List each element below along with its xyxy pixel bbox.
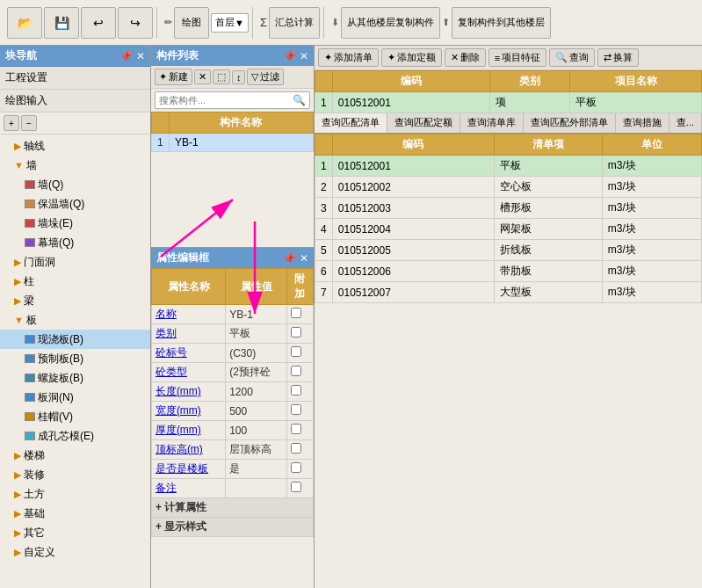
new-member-btn[interactable]: ✦ 新建	[155, 69, 192, 85]
calc-convert-btn[interactable]: ⇄ 换算	[597, 48, 639, 67]
attr-value-8[interactable]: 是	[226, 460, 287, 479]
sidebar-item-other[interactable]: ▶ 其它	[0, 523, 150, 542]
sidebar-item-precast-slab[interactable]: 预制板(B)	[0, 349, 150, 368]
table-row[interactable]: 顶标高(m) 层顶标高	[151, 440, 313, 460]
attr-check-9[interactable]	[291, 482, 301, 492]
sidebar-draw-input[interactable]: 绘图输入	[0, 90, 150, 113]
table-row[interactable]: 类别 平板	[151, 324, 313, 344]
attr-name-6[interactable]: 厚度(mm)	[156, 424, 201, 436]
attr-name-0[interactable]: 名称	[156, 308, 177, 320]
draw-btn[interactable]: 绘图	[174, 7, 209, 39]
search-input[interactable]	[156, 93, 289, 107]
attr-check-2[interactable]	[291, 346, 301, 357]
table-row[interactable]: 砼标号 (C30)	[151, 344, 313, 363]
sidebar-pin-icon[interactable]: 📌	[119, 50, 133, 62]
attr-value-1[interactable]: 平板	[226, 324, 287, 344]
table-row[interactable]: 1 010512001 平板 m3/块	[315, 156, 701, 177]
attr-value-4[interactable]: 1200	[226, 382, 287, 402]
table-row[interactable]: 厚度(mm) 100	[151, 421, 313, 440]
save-btn[interactable]: 💾	[44, 7, 79, 39]
table-row[interactable]: 3 010512003 槽形板 m3/块	[315, 198, 701, 219]
attr-check-8[interactable]	[291, 462, 301, 473]
delete-item-btn[interactable]: ✕ 删除	[445, 48, 486, 67]
table-row[interactable]: 砼类型 (2预拌砼	[151, 363, 313, 382]
sidebar-item-curtain-wall[interactable]: 幕墙(Q)	[0, 233, 150, 252]
attr-name-8[interactable]: 是否是楼板	[156, 462, 208, 475]
table-row[interactable]: 6 010512006 带肋板 m3/块	[315, 261, 701, 282]
filter-member-btn[interactable]: ▽ 过滤	[247, 69, 284, 85]
open-btn[interactable]: 📂	[7, 7, 42, 39]
table-row[interactable]: 1 YB-1	[151, 134, 313, 152]
sidebar-close-icon[interactable]: ✕	[136, 50, 145, 62]
add-list-btn[interactable]: ✦ 添加清单	[318, 48, 379, 67]
table-row[interactable]: 宽度(mm) 500	[151, 402, 313, 421]
floor-dropdown[interactable]: 首层 ▼	[211, 13, 249, 33]
tab-measures[interactable]: 查询措施	[616, 113, 669, 133]
table-row[interactable]: 名称 YB-1	[151, 305, 313, 324]
sidebar-project-settings[interactable]: 工程设置	[0, 67, 150, 90]
attr-check-4[interactable]	[291, 385, 301, 396]
sidebar-item-foundation[interactable]: ▶ 基础	[0, 504, 150, 523]
attr-name-2[interactable]: 砼标号	[156, 346, 187, 359]
attr-value-0[interactable]: YB-1	[226, 305, 287, 324]
tab-more[interactable]: 查...	[669, 113, 702, 133]
collapse-all-btn[interactable]: −	[21, 115, 37, 131]
attr-check-5[interactable]	[291, 404, 301, 415]
sidebar-item-beam[interactable]: ▶ 梁	[0, 291, 150, 310]
table-row[interactable]: 7 010512007 大型板 m3/块	[315, 282, 701, 303]
attr-check-1[interactable]	[291, 327, 301, 338]
sidebar-item-wall-buttress[interactable]: 墙垛(E)	[0, 214, 150, 233]
attr-name-1[interactable]: 类别	[156, 327, 177, 339]
attr-name-5[interactable]: 宽度(mm)	[156, 404, 201, 417]
attr-check-7[interactable]	[291, 443, 301, 454]
redo-btn[interactable]: ↪	[118, 7, 153, 39]
table-row[interactable]: 4 010512004 网架板 m3/块	[315, 219, 701, 240]
sum-calc-btn[interactable]: 汇总计算	[269, 7, 320, 39]
attr-value-7[interactable]: 层顶标高	[226, 440, 287, 460]
copy-member-btn[interactable]: ⬚	[213, 69, 230, 84]
sidebar-item-decoration[interactable]: ▶ 装修	[0, 465, 150, 484]
sidebar-item-stairs[interactable]: ▶ 楼梯	[0, 446, 150, 465]
tab-match-quota[interactable]: 查询匹配定额	[387, 113, 460, 133]
attr-name-9[interactable]: 备注	[156, 482, 177, 494]
table-row[interactable]: 5 010512005 折线板 m3/块	[315, 240, 701, 261]
copy-from-btn[interactable]: 从其他楼层复制构件	[341, 7, 440, 39]
tab-match-external[interactable]: 查询匹配外部清单	[524, 113, 616, 133]
member-list-close-btn[interactable]: ✕	[300, 50, 308, 62]
sidebar-item-wall[interactable]: ▼ 墙	[0, 156, 150, 175]
sidebar-item-hollow-core[interactable]: 成孔芯模(E)	[0, 426, 150, 446]
attr-name-4[interactable]: 长度(mm)	[156, 385, 201, 397]
sort-member-btn[interactable]: ↕	[232, 70, 246, 84]
table-row[interactable]: 长度(mm) 1200	[151, 382, 313, 402]
sidebar-item-slab[interactable]: ▼ 板	[0, 310, 150, 330]
sidebar-item-custom[interactable]: ▶ 自定义	[0, 542, 150, 562]
attr-name-3[interactable]: 砼类型	[156, 366, 187, 378]
table-row[interactable]: 2 010512002 空心板 m3/块	[315, 177, 701, 198]
tab-list-db[interactable]: 查询清单库	[460, 113, 524, 133]
member-list-pin-icon[interactable]: 📌	[283, 50, 296, 62]
attr-check-3[interactable]	[291, 366, 301, 376]
query-btn[interactable]: 🔍 查询	[549, 48, 595, 67]
attr-value-2[interactable]: (C30)	[226, 344, 287, 363]
attr-editor-close-btn[interactable]: ✕	[300, 252, 308, 265]
expand-all-btn[interactable]: +	[4, 115, 19, 131]
table-row[interactable]: 1 010512001 项 平板	[315, 92, 701, 113]
table-row[interactable]: 是否是楼板 是	[151, 460, 313, 479]
copy-to-btn[interactable]: 复制构件到其他楼层	[452, 7, 551, 39]
delete-member-btn[interactable]: ✕	[194, 69, 211, 84]
attr-check-6[interactable]	[291, 424, 301, 434]
attr-name-7[interactable]: 顶标高(m)	[156, 443, 203, 455]
attr-calc-section[interactable]: + 计算属性	[151, 498, 313, 518]
table-row[interactable]: 备注	[151, 479, 313, 498]
attr-value-3[interactable]: (2预拌砼	[226, 363, 287, 382]
sidebar-item-axis[interactable]: ▶ 轴线	[0, 136, 150, 156]
attr-value-9[interactable]	[226, 479, 287, 498]
attr-display-section[interactable]: + 显示样式	[151, 518, 313, 537]
sidebar-item-door-opening[interactable]: ▶ 门面洞	[0, 252, 150, 272]
attr-value-6[interactable]: 100	[226, 421, 287, 440]
attr-value-5[interactable]: 500	[226, 402, 287, 421]
attr-check-0[interactable]	[291, 308, 301, 318]
sidebar-item-column[interactable]: ▶ 柱	[0, 272, 150, 291]
sidebar-item-wall-q[interactable]: 墙(Q)	[0, 175, 150, 194]
tab-match-list[interactable]: 查询匹配清单	[315, 113, 387, 133]
